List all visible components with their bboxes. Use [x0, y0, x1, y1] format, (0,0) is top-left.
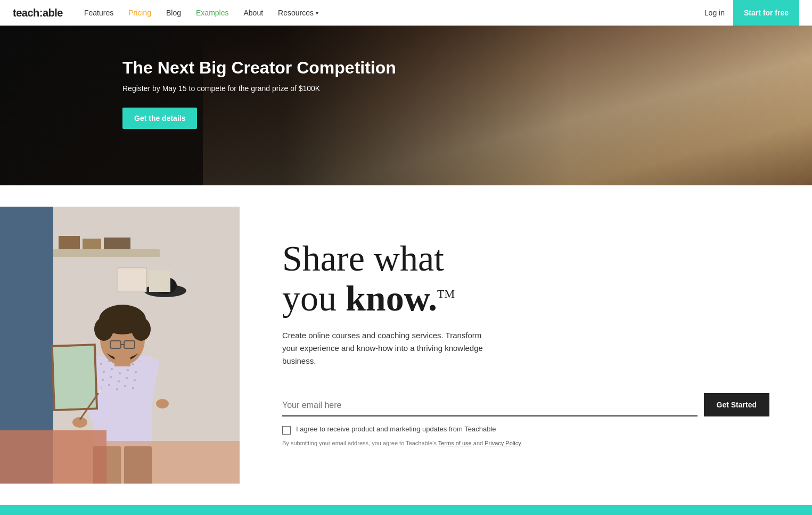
nav-right: Log in Start for free — [704, 0, 799, 26]
svg-point-33 — [132, 387, 134, 389]
bottom-bar — [0, 505, 812, 515]
start-free-button[interactable]: Start for free — [733, 0, 799, 26]
hero-subtitle: Register by May 15 to compete for the gr… — [122, 84, 812, 93]
heading-line2: you know.TM — [282, 278, 455, 318]
svg-point-25 — [118, 380, 120, 382]
svg-point-18 — [111, 368, 113, 370]
main-image — [0, 207, 240, 484]
svg-line-52 — [99, 390, 100, 393]
svg-rect-53 — [0, 430, 106, 484]
login-link[interactable]: Log in — [704, 9, 725, 17]
svg-point-17 — [103, 371, 105, 373]
terms-link[interactable]: Terms of use — [438, 440, 472, 446]
svg-point-26 — [126, 377, 128, 379]
trademark-symbol: TM — [437, 287, 455, 300]
nav-features[interactable]: Features — [84, 9, 113, 17]
chevron-down-icon: ▾ — [316, 10, 318, 16]
nav-about[interactable]: About — [243, 9, 263, 17]
hero-section: The Next Big Creator Competition Registe… — [0, 26, 812, 185]
hero-title: The Next Big Creator Competition — [122, 58, 812, 78]
nav-pricing[interactable]: Pricing — [128, 9, 151, 17]
email-form: Get Started — [282, 393, 769, 416]
svg-rect-8 — [117, 268, 146, 292]
svg-rect-2 — [53, 249, 160, 257]
consent-checkbox[interactable] — [282, 426, 291, 435]
svg-point-15 — [132, 363, 134, 365]
svg-point-31 — [116, 388, 118, 390]
consent-row: I agree to receive product and marketing… — [282, 425, 769, 435]
svg-rect-5 — [104, 238, 130, 249]
nav-examples[interactable]: Examples — [196, 9, 228, 17]
svg-point-23 — [102, 379, 104, 381]
hero-cta-button[interactable]: Get the details — [122, 108, 197, 129]
svg-point-41 — [94, 317, 113, 341]
svg-rect-54 — [106, 441, 240, 484]
svg-point-30 — [108, 384, 110, 386]
email-input-wrapper — [282, 398, 698, 416]
main-section: Share what you know.TM Create online cou… — [0, 185, 812, 505]
nav-resources-label: Resources — [278, 9, 314, 17]
svg-rect-4 — [83, 239, 101, 249]
get-started-button[interactable]: Get Started — [704, 393, 769, 416]
svg-point-20 — [127, 369, 129, 371]
main-heading: Share what you know.TM — [282, 239, 769, 318]
privacy-link[interactable]: Privacy Policy — [485, 440, 521, 446]
svg-point-19 — [119, 372, 121, 374]
svg-point-38 — [156, 399, 169, 408]
email-input[interactable] — [282, 398, 698, 412]
svg-rect-50 — [53, 346, 96, 409]
main-text-content: Share what you know.TM Create online cou… — [240, 207, 769, 446]
main-description: Create online courses and coaching servi… — [282, 329, 485, 367]
svg-rect-3 — [59, 236, 80, 249]
svg-point-42 — [132, 317, 151, 341]
svg-rect-46 — [114, 356, 130, 366]
nav-resources[interactable]: Resources ▾ — [278, 9, 318, 17]
hero-content: The Next Big Creator Competition Registe… — [0, 26, 812, 129]
svg-point-32 — [124, 385, 126, 387]
svg-point-27 — [134, 379, 136, 381]
terms-text: By submitting your email address, you ag… — [282, 440, 769, 446]
site-logo[interactable]: teach:able — [13, 7, 63, 19]
artist-photo — [0, 207, 240, 484]
consent-text: I agree to receive product and marketing… — [296, 425, 496, 433]
heading-line1: Share what — [282, 238, 444, 279]
svg-rect-9 — [149, 271, 170, 292]
svg-point-24 — [110, 376, 112, 378]
nav-blog[interactable]: Blog — [166, 9, 181, 17]
navbar: teach:able Features Pricing Blog Example… — [0, 0, 812, 26]
svg-point-11 — [100, 363, 102, 365]
nav-links: Features Pricing Blog Examples About Res… — [84, 9, 704, 17]
svg-point-21 — [135, 371, 137, 373]
